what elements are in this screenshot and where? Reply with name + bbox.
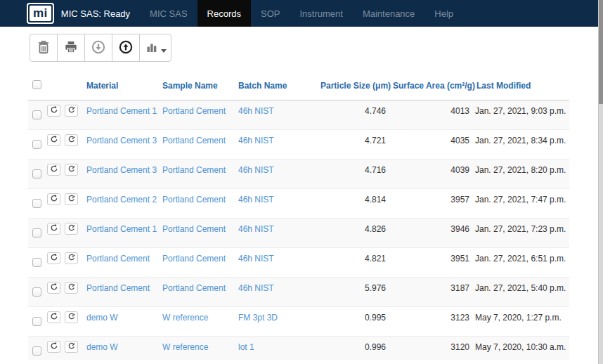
row-checkbox[interactable] [32,169,41,178]
surface-area-value: 4035 [389,129,472,159]
row-checkbox[interactable] [32,346,41,356]
particle-size-value: 4.826 [316,218,389,247]
last-modified-value: Jan. 27, 2021, 6:51 p.m. [472,247,569,277]
material-link[interactable]: demo W [86,313,118,323]
surface-area-value: 3957 [389,188,472,218]
column-header-last-modified[interactable]: Last Modified [472,74,569,100]
rerun-button[interactable] [47,134,60,146]
sample-name-link[interactable]: Portland Cement [162,165,226,175]
table-header-row: Material Sample Name Batch Name Particle… [28,74,569,100]
scrollbar-thumb[interactable] [599,0,603,104]
chevron-down-icon [161,49,167,53]
nav-item-help[interactable]: Help [424,0,463,27]
nav-item-instrument[interactable]: Instrument [290,0,352,27]
batch-name-link[interactable]: 46h NIST [238,165,274,175]
material-link[interactable]: Portland Cement 2 [86,195,157,204]
last-modified-value: May 7, 2020, 1:27 p.m. [472,306,569,336]
edit-rerun-button[interactable] [65,164,78,176]
row-checkbox[interactable] [32,228,41,238]
sample-name-link[interactable]: Portland Cement [162,136,226,145]
edit-rerun-button[interactable] [65,193,78,205]
main-nav: MIC SASRecordsSOPInstrumentMaintenanceHe… [140,0,463,27]
sample-name-link[interactable]: Portland Cement [162,283,226,293]
batch-name-link[interactable]: 46h NIST [238,106,274,116]
edit-rerun-button[interactable] [65,252,78,264]
row-checkbox[interactable] [32,317,41,326]
column-header-material[interactable]: Material [82,74,158,100]
row-checkbox[interactable] [32,110,41,119]
edit-rerun-icon [67,253,76,264]
material-link[interactable]: demo W [86,342,118,352]
rerun-icon [50,312,58,323]
row-checkbox[interactable] [32,287,41,297]
toolbar [30,34,171,62]
table-row: Portland Cement Portland Cement 46h NIST… [28,277,569,306]
edit-rerun-icon [67,282,76,293]
delete-button[interactable] [30,34,58,62]
download-button[interactable] [84,34,112,62]
batch-name-link[interactable]: 46h NIST [238,136,274,145]
edit-rerun-button[interactable] [65,311,78,323]
edit-rerun-button[interactable] [65,134,78,146]
edit-rerun-button[interactable] [65,341,78,353]
rerun-button[interactable] [47,282,60,294]
table-row: Portland Cement Portland Cement 46h NIST… [28,247,569,277]
app-logo[interactable]: mi [27,3,54,24]
material-link[interactable]: Portland Cement 3 [86,136,157,145]
row-checkbox[interactable] [32,258,41,267]
edit-rerun-icon [67,342,76,352]
material-link[interactable]: Portland Cement 1 [86,224,157,234]
column-header-particle-size[interactable]: Particle Size (μm) [316,74,389,100]
material-link[interactable]: Portland Cement [86,254,150,264]
column-header-sample-name[interactable]: Sample Name [158,74,234,100]
nav-item-maintenance[interactable]: Maintenance [353,0,424,27]
rerun-button[interactable] [47,105,60,117]
rerun-button[interactable] [47,311,60,323]
column-header-surface-area[interactable]: Surface Area (cm²/g) [389,74,472,100]
batch-name-link[interactable]: 46h NIST [238,283,274,293]
batch-name-link[interactable]: FM 3pt 3D [238,313,278,323]
last-modified-value: Jan. 27, 2021, 7:47 p.m. [472,188,569,218]
rerun-button[interactable] [47,341,60,353]
rerun-button[interactable] [47,164,60,176]
nav-item-mic-sas[interactable]: MIC SAS [140,0,197,27]
sample-name-link[interactable]: W reference [162,313,208,323]
sample-name-link[interactable]: Portland Cement [162,195,226,204]
rerun-button[interactable] [47,252,60,264]
sample-name-link[interactable]: Portland Cement [162,224,226,234]
particle-size-value: 4.814 [316,188,389,218]
surface-area-value: 4039 [389,159,472,188]
batch-name-link[interactable]: 46h NIST [238,224,274,234]
edit-rerun-button[interactable] [65,105,78,117]
sample-name-link[interactable]: W reference [162,342,208,352]
material-link[interactable]: Portland Cement 1 [86,106,157,116]
download-circle-icon [91,39,106,57]
upload-button[interactable] [112,34,140,62]
surface-area-value: 3946 [389,218,472,247]
sample-name-link[interactable]: Portland Cement [162,254,226,264]
nav-item-sop[interactable]: SOP [251,0,290,27]
rerun-icon [50,105,58,116]
batch-name-link[interactable]: lot 1 [238,342,254,352]
particle-size-value: 4.716 [316,159,389,188]
chart-button[interactable] [139,34,171,62]
select-all-checkbox[interactable] [32,80,41,89]
row-checkbox[interactable] [32,199,41,208]
nav-item-records[interactable]: Records [197,0,251,27]
material-link[interactable]: Portland Cement 3 [86,165,157,175]
table-row: demo W W reference FM 3pt 3D 0.995 3123 … [28,306,569,336]
sample-name-link[interactable]: Portland Cement [162,106,226,116]
rerun-button[interactable] [47,193,60,205]
table-row: Portland Cement 3 Portland Cement 46h NI… [28,159,569,188]
batch-name-link[interactable]: 46h NIST [238,195,274,204]
upload-circle-icon [118,39,134,57]
edit-rerun-button[interactable] [65,282,78,294]
vertical-scrollbar[interactable] [598,0,603,364]
row-checkbox[interactable] [32,140,41,149]
batch-name-link[interactable]: 46h NIST [238,254,274,264]
edit-rerun-button[interactable] [65,223,78,235]
print-button[interactable] [57,34,85,62]
rerun-button[interactable] [47,223,60,235]
material-link[interactable]: Portland Cement [86,283,150,293]
column-header-batch-name[interactable]: Batch Name [234,74,316,100]
